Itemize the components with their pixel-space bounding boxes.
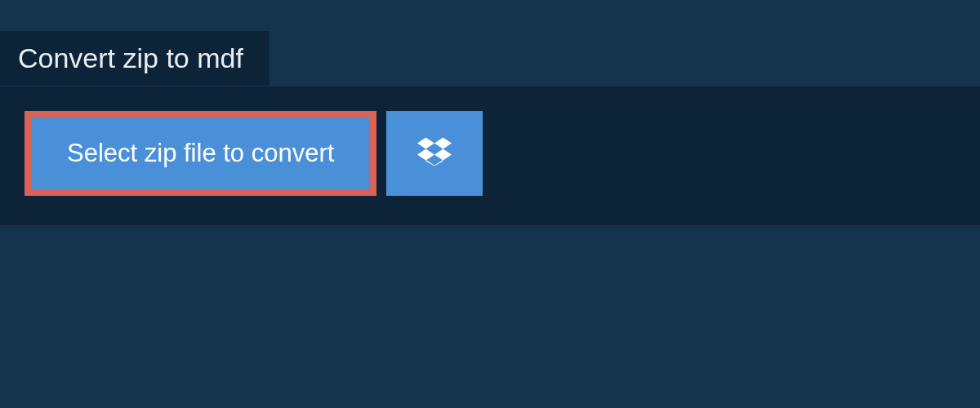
dropbox-button[interactable] (386, 111, 483, 196)
select-file-button[interactable]: Select zip file to convert (24, 111, 376, 196)
tab-convert[interactable]: Convert zip to mdf (0, 31, 270, 86)
tab-label: Convert zip to mdf (18, 42, 243, 73)
select-file-label: Select zip file to convert (67, 139, 334, 168)
tab-bar: Convert zip to mdf (0, 31, 270, 86)
button-row: Select zip file to convert (24, 111, 956, 196)
dropbox-icon (417, 135, 452, 172)
upload-panel: Select zip file to convert (0, 86, 980, 225)
